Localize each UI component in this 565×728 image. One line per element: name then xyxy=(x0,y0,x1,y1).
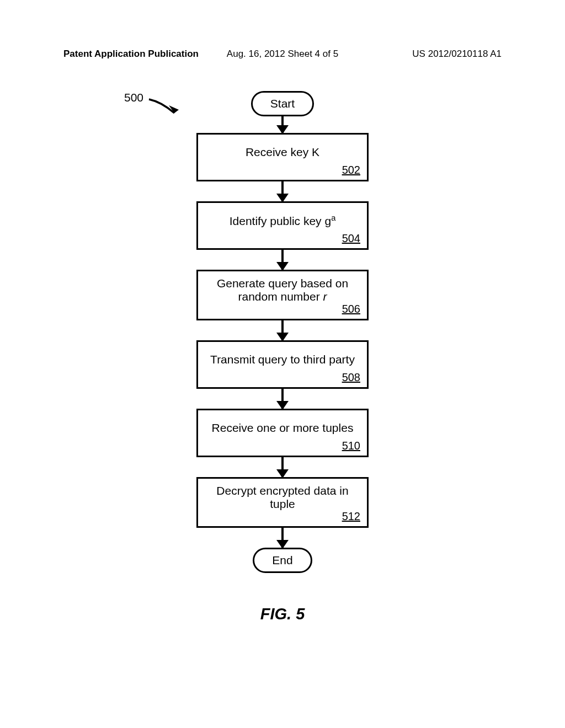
process-text: Receive key K xyxy=(246,146,319,159)
arrow-icon xyxy=(281,457,284,477)
flowchart: 500 Start Receive key K 502 Identify pub… xyxy=(0,91,565,623)
process-text: Identify public key ga xyxy=(230,213,336,228)
process-508: Transmit query to third party 508 xyxy=(196,340,369,389)
page-header: Patent Application Publication Aug. 16, … xyxy=(0,49,565,60)
figure-caption: FIG. 5 xyxy=(260,605,305,623)
arrow-icon xyxy=(281,250,284,270)
reference-number-500: 500 xyxy=(124,91,143,104)
process-number: 508 xyxy=(342,371,360,384)
process-512: Decrypt encrypted data in tuple 512 xyxy=(196,477,369,528)
process-number: 510 xyxy=(342,440,360,452)
end-label: End xyxy=(272,554,292,566)
process-506: Generate query based onrandom number r 5… xyxy=(196,270,369,320)
process-number: 506 xyxy=(342,303,360,315)
process-text: Generate query based onrandom number r xyxy=(217,277,348,303)
reference-arrow-icon xyxy=(148,98,182,120)
start-label: Start xyxy=(270,97,295,110)
arrow-icon xyxy=(281,528,284,548)
process-504: Identify public key ga 504 xyxy=(196,201,369,250)
header-date-sheet: Aug. 16, 2012 Sheet 4 of 5 xyxy=(0,49,565,60)
arrow-icon xyxy=(281,116,284,133)
process-text: Decrypt encrypted data in tuple xyxy=(208,484,357,511)
end-terminal: End xyxy=(253,548,312,573)
process-text: Receive one or more tuples xyxy=(212,421,354,435)
process-text: Transmit query to third party xyxy=(210,353,355,366)
process-number: 504 xyxy=(342,232,360,245)
process-510: Receive one or more tuples 510 xyxy=(196,409,369,457)
process-502: Receive key K 502 xyxy=(196,133,369,181)
start-terminal: Start xyxy=(251,91,314,116)
arrow-icon xyxy=(281,389,284,409)
process-number: 502 xyxy=(342,164,360,176)
arrow-icon xyxy=(281,181,284,201)
process-number: 512 xyxy=(342,510,360,523)
arrow-icon xyxy=(281,320,284,340)
